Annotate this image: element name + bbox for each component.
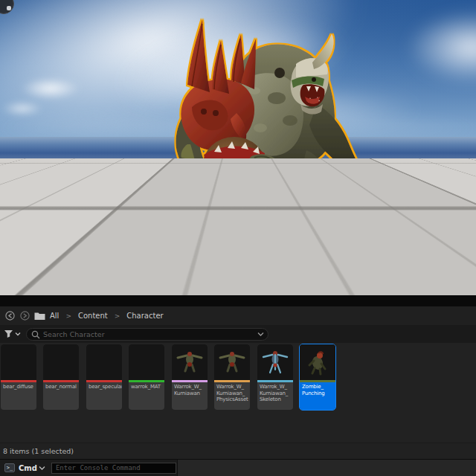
skeleton-figure: [257, 344, 293, 380]
asset-thumbnail: [300, 344, 335, 380]
asset-thumbnail: [172, 344, 208, 380]
search-icon: [31, 330, 40, 339]
asset-tile-warrok-physics[interactable]: Warrok_W_ Kurniawan_ PhysicsAsset: [214, 344, 250, 410]
viewport-3d[interactable]: 10: [0, 0, 476, 295]
content-browser-breadcrumb-bar: All > Content > Character: [0, 306, 476, 325]
forward-arrow-icon: [20, 311, 30, 321]
breadcrumb-separator: >: [112, 312, 123, 320]
asset-tile-bear-specular[interactable]: bear_specular: [86, 344, 122, 410]
content-browser-search-row: [0, 325, 476, 343]
asset-label: bear_diffuse: [1, 382, 36, 410]
asset-tile-warrok-skeleton[interactable]: Warrok_W_ Kurniawan_ Skeleton: [257, 344, 293, 410]
console-mode-label[interactable]: Cmd: [19, 464, 37, 472]
console-command-input[interactable]: [51, 463, 176, 474]
items-count-text: 8 items (1 selected): [3, 447, 74, 455]
asset-label: Warrok_W_ Kurniawan: [172, 382, 208, 410]
asset-thumbnail: [214, 344, 250, 380]
asset-tile-warrok-mat[interactable]: warrok_MAT: [129, 344, 164, 410]
breadcrumb-separator: >: [63, 312, 74, 320]
folder-icon: [34, 312, 45, 321]
asset-thumbnail: [86, 344, 122, 380]
breadcrumb-item-all[interactable]: All: [50, 312, 59, 320]
chevron-down-icon: [15, 332, 21, 336]
asset-label: bear_specular: [86, 382, 122, 410]
breadcrumb-item-content[interactable]: Content: [78, 312, 108, 320]
console-bar: >_ Cmd: [0, 459, 476, 476]
back-button[interactable]: [4, 311, 15, 321]
unreal-editor-window: 10 All > Content > Character: [0, 0, 476, 476]
asset-thumbnail: [257, 344, 293, 380]
forward-button[interactable]: [19, 311, 30, 321]
funnel-icon: [4, 329, 13, 338]
asset-thumbnail: [129, 344, 164, 380]
chevron-down-icon[interactable]: [39, 466, 45, 471]
asset-thumbnail: [1, 344, 36, 380]
asset-thumbnail: [43, 344, 79, 380]
asset-label: Warrok_W_ Kurniawan_ Skeleton: [257, 382, 293, 410]
filter-button[interactable]: [4, 329, 21, 338]
asset-tile-zombie-punching[interactable]: Zombie_ Punching: [300, 344, 335, 410]
asset-label: Zombie_ Punching: [300, 382, 335, 410]
chevron-down-icon: [257, 332, 264, 337]
asset-tile-bear-normal[interactable]: bear_normal: [43, 344, 79, 410]
selected-character-warrok[interactable]: [165, 9, 385, 259]
panel-tab-strip: [0, 295, 476, 306]
skeletal-mesh-figure: [172, 344, 208, 380]
back-arrow-icon: [5, 311, 15, 321]
asset-label: Warrok_W_ Kurniawan_ PhysicsAsset: [214, 382, 250, 410]
breadcrumb-item-character[interactable]: Character: [126, 312, 163, 320]
content-browser-status-bar: 8 items (1 selected): [0, 443, 476, 459]
physics-asset-figure: [214, 344, 250, 380]
cloud: [21, 77, 80, 100]
asset-label: warrok_MAT: [129, 382, 164, 410]
console-bar-right-panel: [177, 460, 476, 476]
asset-grid: bear_diffuse bear_normal bear_specular w…: [0, 343, 476, 443]
cloud: [1, 101, 43, 116]
asset-label: bear_normal: [43, 382, 79, 410]
asset-tile-warrok-mesh[interactable]: Warrok_W_ Kurniawan: [172, 344, 208, 410]
search-input[interactable]: [43, 330, 254, 338]
terminal-icon: >_: [4, 463, 15, 472]
asset-tile-bear-diffuse[interactable]: bear_diffuse: [1, 344, 36, 410]
search-box[interactable]: [26, 328, 268, 341]
animation-figure: [300, 344, 335, 380]
